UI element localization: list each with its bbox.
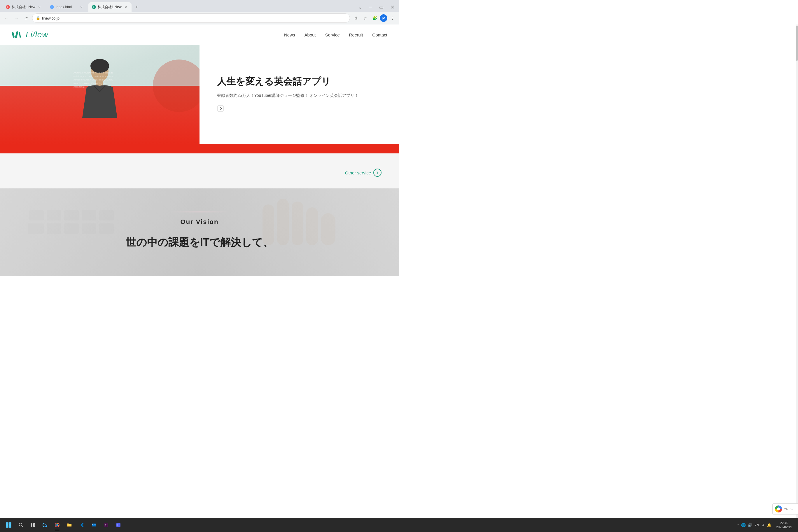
tab-favicon-3: L (92, 5, 96, 9)
red-banner-row (0, 144, 399, 153)
tab-3[interactable]: L 株式会社LiNew ✕ (88, 2, 131, 12)
menu-icon[interactable]: ⋮ (388, 14, 397, 22)
site-header: Li/lew News About Service Recruit Contac… (0, 24, 399, 45)
other-service-label: Other service (345, 170, 371, 175)
nav-service[interactable]: Service (325, 32, 340, 37)
svg-rect-6 (12, 32, 15, 38)
browser-title-bar: L 株式会社LiNew ✕ i index.html ✕ L 株式会社LiNew… (0, 0, 399, 12)
hero-figure: And most important, have the courage to … (56, 51, 144, 144)
svg-rect-7 (15, 31, 18, 38)
logo[interactable]: Li/lew (12, 29, 49, 40)
logo-text: Li/lew (26, 30, 49, 39)
other-service-section: Other service (0, 153, 399, 188)
red-banner (0, 144, 200, 153)
security-lock-icon: 🔒 (36, 16, 40, 20)
service-section: And most important, have the courage to … (0, 45, 399, 144)
star-icon[interactable]: ☆ (361, 14, 369, 22)
window-minimize-btn[interactable]: ─ (367, 3, 375, 11)
new-tab-button[interactable]: + (133, 3, 141, 11)
service-title: 人生を変える英会話アプリ (217, 76, 381, 88)
vision-divider (170, 212, 229, 212)
motivational-text: And most important, have the courage to … (74, 71, 114, 89)
back-button[interactable]: ← (2, 14, 11, 22)
tab-label-1: 株式会社LiNew (12, 5, 35, 10)
service-content-side: 人生を変える英会話アプリ 登録者数約25万人！YouTuber講師ジョージ監修！… (200, 45, 399, 144)
profile-button[interactable]: P (380, 14, 387, 22)
tab-label-2: index.html (56, 5, 77, 9)
window-profile-btn[interactable]: ⌄ (356, 3, 364, 11)
window-close-btn[interactable]: ✕ (388, 3, 397, 11)
tab-favicon-1: L (6, 5, 10, 9)
browser-chrome: L 株式会社LiNew ✕ i index.html ✕ L 株式会社LiNew… (0, 0, 399, 24)
other-service-button[interactable]: Other service (345, 169, 381, 177)
nav-recruit[interactable]: Recruit (349, 32, 363, 37)
svg-rect-8 (19, 32, 21, 38)
window-maximize-btn[interactable]: ▭ (377, 3, 386, 11)
svg-text:L: L (7, 6, 9, 8)
svg-text:L: L (93, 6, 95, 8)
extension-icon[interactable]: 🧩 (370, 14, 379, 22)
share-icon[interactable]: ⎙ (352, 14, 360, 22)
svg-rect-12 (218, 106, 223, 111)
service-link-icon[interactable] (217, 105, 381, 113)
vision-content: Our Vision 世の中の課題をITで解決して、 (18, 212, 381, 250)
nav-news[interactable]: News (284, 32, 295, 37)
tab-label-3: 株式会社LiNew (98, 5, 121, 10)
website-content: Li/lew News About Service Recruit Contac… (0, 24, 399, 276)
other-service-arrow-icon (373, 169, 381, 177)
browser-nav-bar: ← → ⟳ 🔒 linew.co.jp ⎙ ☆ 🧩 P ⋮ (0, 12, 399, 24)
hero-person-svg (71, 54, 129, 144)
tab-favicon-2: i (50, 5, 54, 9)
nav-right-icons: ⎙ ☆ 🧩 P ⋮ (352, 14, 397, 22)
tab-close-1[interactable]: ✕ (37, 5, 42, 10)
service-image-side: And most important, have the courage to … (0, 45, 200, 144)
tab-1[interactable]: L 株式会社LiNew ✕ (2, 2, 45, 12)
forward-button[interactable]: → (12, 14, 20, 22)
vision-tagline: 世の中の課題をITで解決して、 (18, 234, 381, 250)
tab-2[interactable]: i index.html ✕ (46, 2, 87, 12)
nav-contact[interactable]: Contact (372, 32, 387, 37)
svg-point-10 (90, 59, 109, 73)
logo-icon (12, 29, 23, 40)
url-text: linew.co.jp (42, 16, 346, 20)
nav-about[interactable]: About (304, 32, 316, 37)
service-description: 登録者数約25万人！YouTuber講師ジョージ監修！ オンライン英会話アプリ！ (217, 92, 381, 99)
tab-close-2[interactable]: ✕ (79, 5, 84, 10)
tab-close-3[interactable]: ✕ (124, 5, 128, 10)
address-bar[interactable]: 🔒 linew.co.jp (32, 14, 350, 23)
site-nav: News About Service Recruit Contact (284, 32, 387, 37)
svg-text:i: i (52, 6, 52, 8)
vision-section: Our Vision 世の中の課題をITで解決して、 (0, 188, 399, 276)
vision-label: Our Vision (18, 218, 381, 226)
reload-button[interactable]: ⟳ (22, 14, 30, 22)
